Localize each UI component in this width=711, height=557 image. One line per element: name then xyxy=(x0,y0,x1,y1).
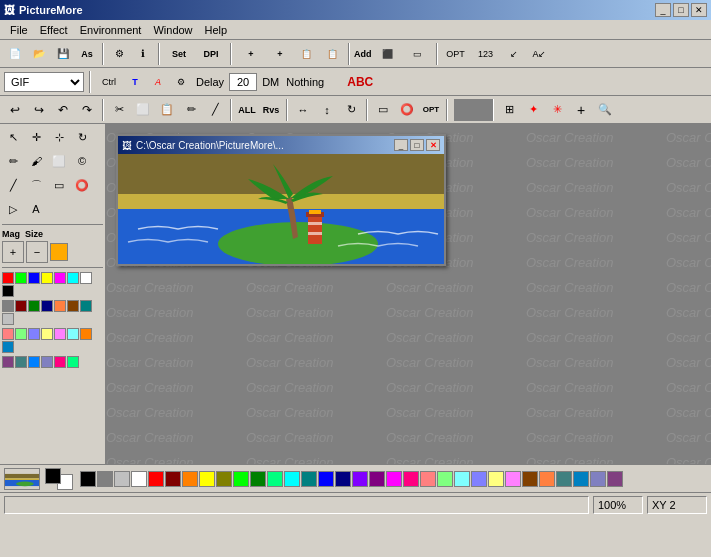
palette-magenta[interactable] xyxy=(386,471,402,487)
tool-move[interactable]: ✛ xyxy=(25,126,47,148)
swatch-ltyellow[interactable] xyxy=(41,328,53,340)
frame-button[interactable]: ⬛ xyxy=(374,43,402,65)
close-button[interactable]: ✕ xyxy=(691,3,707,17)
swatch-green[interactable] xyxy=(15,272,27,284)
tool-bezier[interactable]: ⌒ xyxy=(25,174,47,196)
dpi-button[interactable]: DPI xyxy=(196,43,226,65)
swatch-red[interactable] xyxy=(2,272,14,284)
swatch-cobalt[interactable] xyxy=(2,341,14,353)
palette-red[interactable] xyxy=(148,471,164,487)
swatch-dkgreen[interactable] xyxy=(28,300,40,312)
tool-rect[interactable]: ▭ xyxy=(48,174,70,196)
palette-ltcyan[interactable] xyxy=(454,471,470,487)
line-btn[interactable]: ╱ xyxy=(204,99,226,121)
frame2-button[interactable]: ▭ xyxy=(404,43,432,65)
tool-line[interactable]: ╱ xyxy=(2,174,24,196)
ctrl-btn[interactable]: Ctrl xyxy=(96,71,122,93)
palette-ltblue[interactable] xyxy=(471,471,487,487)
palette-periwinkle[interactable] xyxy=(590,471,606,487)
tool-eraser[interactable]: ⬜ xyxy=(48,150,70,172)
num-button[interactable]: 123 xyxy=(472,43,500,65)
palette-teal[interactable] xyxy=(301,471,317,487)
palette-lime[interactable] xyxy=(233,471,249,487)
arrow-button[interactable]: ↙ xyxy=(502,43,526,65)
swatch-blueviolet[interactable] xyxy=(41,356,53,368)
paste-button[interactable]: 📋 xyxy=(320,43,344,65)
fg-bg-color-selector[interactable] xyxy=(45,468,73,490)
copy2-btn[interactable]: ⬜ xyxy=(132,99,154,121)
set-button[interactable]: Set xyxy=(164,43,194,65)
swatch-maroon[interactable] xyxy=(15,300,27,312)
palette-salmon[interactable] xyxy=(420,471,436,487)
palette-violet[interactable] xyxy=(352,471,368,487)
swatch-teal[interactable] xyxy=(80,300,92,312)
opt2-btn[interactable]: OPT xyxy=(420,99,442,121)
swatch-ltcyan[interactable] xyxy=(67,328,79,340)
maximize-button[interactable]: □ xyxy=(673,3,689,17)
plus-button[interactable]: + xyxy=(268,43,292,65)
palette-olive[interactable] xyxy=(216,471,232,487)
palette-gray[interactable] xyxy=(97,471,113,487)
new-button[interactable]: 📄 xyxy=(4,43,26,65)
undo-btn[interactable]: ↩ xyxy=(4,99,26,121)
tool-zoom-in[interactable]: + xyxy=(2,241,24,263)
set2-btn[interactable]: ⚙ xyxy=(171,71,191,93)
undo2-btn[interactable]: ↶ xyxy=(52,99,74,121)
palette-yellow[interactable] xyxy=(199,471,215,487)
menu-window[interactable]: Window xyxy=(147,22,198,38)
rect-btn[interactable]: ▭ xyxy=(372,99,394,121)
palette-green[interactable] xyxy=(250,471,266,487)
swatch-ltblue[interactable] xyxy=(28,328,40,340)
swatch-magenta[interactable] xyxy=(54,272,66,284)
swatch-pink[interactable] xyxy=(54,328,66,340)
format-dropdown[interactable]: GIF PNG JPG xyxy=(4,72,84,92)
asterisk-btn[interactable]: ✳ xyxy=(546,99,568,121)
swatch-ltgreen[interactable] xyxy=(15,328,27,340)
swatch-ltred[interactable] xyxy=(2,328,14,340)
palette-peach[interactable] xyxy=(539,471,555,487)
tool-brush[interactable]: 🖌 xyxy=(25,150,47,172)
foreground-color[interactable] xyxy=(45,468,61,484)
palette-rose[interactable] xyxy=(403,471,419,487)
palette-pink[interactable] xyxy=(505,471,521,487)
palette-plum[interactable] xyxy=(607,471,623,487)
swatch-black[interactable] xyxy=(2,285,14,297)
palette-brown[interactable] xyxy=(522,471,538,487)
img-close-btn[interactable]: ✕ xyxy=(426,139,440,151)
menu-effect[interactable]: Effect xyxy=(34,22,74,38)
swatch-slate[interactable] xyxy=(15,356,27,368)
swatch-purple[interactable] xyxy=(2,356,14,368)
tool-pencil[interactable]: ✏ xyxy=(2,150,24,172)
flip-v-btn[interactable]: ↕ xyxy=(316,99,338,121)
menu-environment[interactable]: Environment xyxy=(74,22,148,38)
rotate-btn[interactable]: ↻ xyxy=(340,99,362,121)
save-as-button[interactable]: As xyxy=(76,43,98,65)
palette-white[interactable] xyxy=(131,471,147,487)
tool-crop[interactable]: ⊹ xyxy=(48,126,70,148)
tool-zoom-out[interactable]: − xyxy=(26,241,48,263)
delay-input[interactable] xyxy=(229,73,257,91)
swatch-cyan[interactable] xyxy=(67,272,79,284)
redo-btn[interactable]: ↪ xyxy=(28,99,50,121)
copy-button[interactable]: 📋 xyxy=(294,43,318,65)
palette-mint[interactable] xyxy=(267,471,283,487)
paste2-btn[interactable]: 📋 xyxy=(156,99,178,121)
palette-slate[interactable] xyxy=(556,471,572,487)
cut-btn[interactable]: ✂ xyxy=(108,99,130,121)
palette-cobalt[interactable] xyxy=(573,471,589,487)
phone-button[interactable]: A↙ xyxy=(528,43,552,65)
tool-arrow[interactable]: ↖ xyxy=(2,126,24,148)
img-minimize-btn[interactable]: _ xyxy=(394,139,408,151)
palette-maroon[interactable] xyxy=(165,471,181,487)
swatch-rose[interactable] xyxy=(54,356,66,368)
palette-blue[interactable] xyxy=(318,471,334,487)
grid-btn[interactable]: ⊞ xyxy=(498,99,520,121)
flip-h-btn[interactable]: ↔ xyxy=(292,99,314,121)
swatch-navy[interactable] xyxy=(41,300,53,312)
swatch-ltblue2[interactable] xyxy=(28,356,40,368)
swatch-mint[interactable] xyxy=(67,356,79,368)
palette-black[interactable] xyxy=(80,471,96,487)
palette-navy[interactable] xyxy=(335,471,351,487)
zoom-btn[interactable]: 🔍 xyxy=(594,99,616,121)
swatch-blue[interactable] xyxy=(28,272,40,284)
